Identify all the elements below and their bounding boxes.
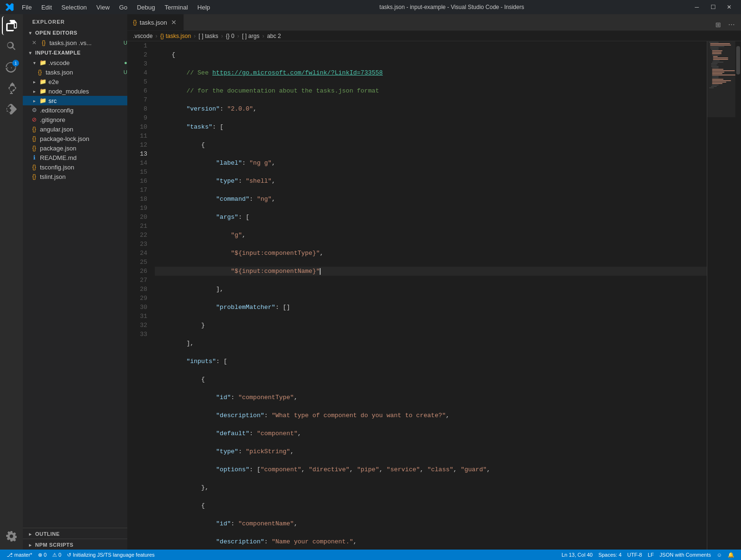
outline-label: OUTLINE: [35, 531, 60, 537]
error-count: 0: [44, 552, 47, 558]
menu-go[interactable]: Go: [115, 3, 131, 12]
notifications-icon: 🔔: [728, 552, 734, 558]
breadcrumb-0[interactable]: {} 0: [226, 33, 234, 39]
git-branch-label: master*: [14, 552, 32, 558]
cursor-position-status[interactable]: Ln 13, Col 40: [559, 550, 595, 560]
open-editor-filename: tasks.json .vs...: [49, 39, 122, 47]
notifications-status[interactable]: 🔔: [725, 550, 737, 560]
tab-json-icon: {}: [133, 19, 137, 26]
activity-bar: 1: [0, 14, 23, 550]
menu-selection[interactable]: Selection: [57, 3, 90, 12]
e2e-chevron: ▸: [30, 78, 38, 85]
angular-json-file[interactable]: {} angular.json: [23, 124, 127, 134]
src-folder[interactable]: ▸ 📁 src: [23, 96, 127, 105]
npm-label: NPM SCRIPTS: [35, 542, 74, 548]
e2e-folder-icon: 📁: [39, 78, 47, 85]
tab-filename: tasks.json: [140, 19, 167, 26]
activity-extensions[interactable]: [2, 100, 21, 119]
minimap[interactable]: [707, 41, 735, 550]
more-actions-button[interactable]: ⋯: [726, 19, 737, 30]
code-line-27: "id": "componentName",: [155, 519, 707, 528]
project-section[interactable]: ▾ INPUT-EXAMPLE: [23, 47, 127, 58]
open-editors-chevron: ▾: [27, 29, 34, 37]
tslint-icon: {}: [30, 173, 38, 180]
warnings-status[interactable]: ⚠ 0: [49, 550, 64, 560]
menu-terminal[interactable]: Terminal: [161, 3, 191, 12]
feedback-status[interactable]: ☺: [714, 550, 725, 560]
language-status-item[interactable]: ↺ Initializing JS/TS language features: [64, 550, 157, 560]
git-icon: ⎇: [7, 552, 13, 558]
encoding-status[interactable]: UTF-8: [625, 550, 645, 560]
angular-json-label: angular.json: [40, 126, 127, 133]
menu-debug[interactable]: Debug: [133, 3, 159, 12]
editor-tab-tasks-json[interactable]: {} tasks.json ✕: [127, 14, 184, 30]
e2e-folder-label: e2e: [48, 78, 127, 85]
code-line-23: "type": "pickString",: [155, 447, 707, 456]
code-content[interactable]: { // See https://go.microsoft.com/fwlink…: [151, 41, 707, 550]
tslint-file[interactable]: {} tslint.json: [23, 172, 127, 181]
activity-search[interactable]: [2, 37, 21, 56]
code-editor: 1 2 3 4 5 6 7 8 9 10 11 12 13 14: [127, 41, 741, 550]
minimize-button[interactable]: ─: [690, 2, 704, 12]
code-line-3: // for the documentation about the tasks…: [155, 86, 707, 95]
line-numbers: 1 2 3 4 5 6 7 8 9 10 11 12 13 14: [127, 41, 151, 550]
close-icon[interactable]: ✕: [30, 39, 38, 47]
vscode-logo-icon: [5, 2, 14, 12]
breadcrumb-tasksjson[interactable]: {} tasks.json: [160, 33, 191, 39]
title-bar-left: File Edit Selection View Go Debug Termin…: [5, 2, 214, 12]
menu-view[interactable]: View: [93, 3, 114, 12]
encoding-label: UTF-8: [627, 552, 642, 558]
node-modules-folder[interactable]: ▸ 📁 node_modules: [23, 86, 127, 96]
open-editors-section[interactable]: ▾ OPEN EDITORS: [23, 28, 127, 38]
tsconfig-file[interactable]: {} tsconfig.json: [23, 162, 127, 172]
gitignore-file[interactable]: ⊘ .gitignore: [23, 115, 127, 124]
tasks-json-file[interactable]: {} tasks.json U: [23, 67, 127, 77]
open-editor-tasks-json[interactable]: ✕ {} tasks.json .vs... U: [23, 38, 127, 47]
breadcrumb-2[interactable]: abc 2: [267, 33, 281, 39]
package-json-file[interactable]: {} package.json: [23, 143, 127, 153]
menu-file[interactable]: File: [18, 3, 36, 12]
errors-status[interactable]: ⊗ 0: [35, 550, 49, 560]
code-line-10: "args": [: [155, 213, 707, 222]
sync-icon: ↺: [67, 552, 71, 558]
menu-edit[interactable]: Edit: [38, 3, 56, 12]
readme-label: README.md: [40, 154, 127, 161]
npm-scripts-section[interactable]: ▸ NPM SCRIPTS: [23, 539, 127, 550]
package-lock-file[interactable]: {} package-lock.json: [23, 134, 127, 143]
code-line-1: {: [155, 50, 707, 59]
line-ending-status[interactable]: LF: [645, 550, 657, 560]
editorconfig-file[interactable]: ⚙ .editorconfig: [23, 105, 127, 115]
e2e-folder[interactable]: ▸ 📁 e2e: [23, 77, 127, 86]
tab-close-button[interactable]: ✕: [170, 19, 178, 26]
activity-source-control[interactable]: 1: [2, 58, 21, 77]
source-control-badge: 1: [12, 60, 19, 66]
language-mode-status[interactable]: JSON with Comments: [657, 550, 714, 560]
breadcrumb-vscode[interactable]: .vscode: [133, 33, 152, 39]
scrollbar-thumb[interactable]: [736, 46, 740, 75]
split-editor-button[interactable]: ⊞: [712, 19, 724, 30]
breadcrumb-tasks[interactable]: [ ] tasks: [199, 33, 218, 39]
activity-explorer[interactable]: [2, 16, 21, 35]
maximize-button[interactable]: ☐: [706, 2, 720, 12]
editor-scrollbar[interactable]: [735, 41, 741, 550]
activity-debug[interactable]: [2, 79, 21, 98]
error-icon: ⊗: [38, 552, 42, 558]
title-bar-menu: File Edit Selection View Go Debug Termin…: [18, 3, 214, 12]
outline-section[interactable]: ▸ OUTLINE: [23, 528, 127, 539]
breadcrumb-sep-2: ›: [194, 33, 196, 39]
git-branch-status[interactable]: ⎇ master*: [4, 550, 35, 560]
breadcrumb-args[interactable]: [ ] args: [242, 33, 259, 39]
package-json-icon: {}: [30, 144, 38, 152]
vscode-modified-badge: ●: [124, 60, 127, 65]
readme-file[interactable]: ℹ README.md: [23, 153, 127, 162]
editorconfig-label: .editorconfig: [40, 107, 127, 114]
menu-help[interactable]: Help: [194, 3, 214, 12]
code-line-18: "inputs": [: [155, 357, 707, 366]
vscode-folder[interactable]: ▾ 📁 .vscode ●: [23, 58, 127, 67]
code-line-28: "description": "Name your component.",: [155, 537, 707, 546]
feedback-icon: ☺: [717, 552, 722, 558]
close-button[interactable]: ✕: [722, 2, 736, 12]
indentation-status[interactable]: Spaces: 4: [596, 550, 625, 560]
breadcrumb-sep-4: ›: [237, 33, 239, 39]
activity-settings[interactable]: [2, 527, 21, 546]
